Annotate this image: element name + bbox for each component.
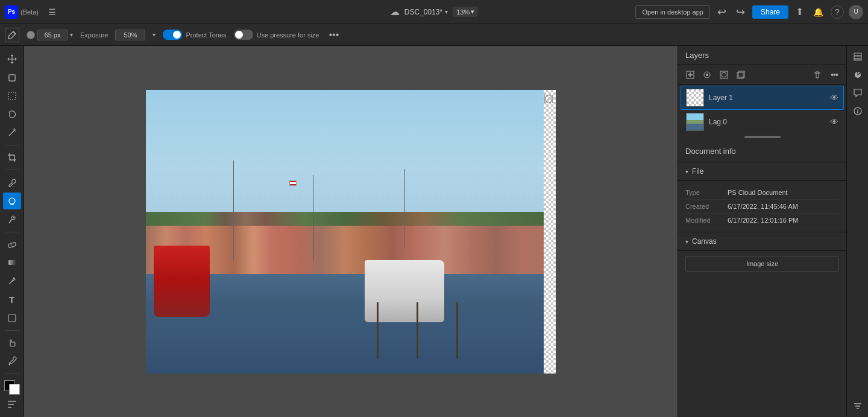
toolbar-divider-4 bbox=[5, 330, 19, 331]
lasso-tool-button[interactable] bbox=[3, 106, 21, 123]
filename-chevron-icon: ▾ bbox=[445, 8, 448, 15]
canvas-section-chevron-icon: ▾ bbox=[685, 238, 688, 245]
layers-list: Layer 1 👁 Lag 0 👁 bbox=[678, 85, 846, 133]
filter-panel-toggle[interactable] bbox=[849, 398, 866, 415]
layers-panel-toggle[interactable] bbox=[849, 48, 866, 65]
filename-display[interactable]: DSC_0013* ▾ bbox=[404, 8, 448, 16]
brush-preset-picker[interactable] bbox=[5, 28, 19, 42]
zoom-control[interactable]: 13% ▾ bbox=[453, 7, 478, 17]
svg-point-11 bbox=[9, 198, 15, 204]
image-size-button[interactable]: Image size bbox=[685, 256, 839, 272]
gradient-tool-button[interactable] bbox=[3, 254, 21, 271]
svg-point-29 bbox=[722, 72, 726, 77]
document-info-title: Document info bbox=[685, 147, 736, 156]
layer-item-lag0[interactable]: Lag 0 👁 bbox=[678, 110, 846, 133]
exposure-dropdown-icon[interactable]: ▾ bbox=[153, 31, 156, 38]
file-section-header[interactable]: ▾ File bbox=[678, 162, 846, 181]
background-color[interactable] bbox=[9, 384, 20, 395]
shape-tool-button[interactable] bbox=[3, 309, 21, 326]
toolbar-divider-3 bbox=[5, 232, 19, 232]
layer-item-layer1[interactable]: Layer 1 👁 bbox=[681, 86, 844, 110]
canvas-section-title: Canvas bbox=[692, 237, 717, 246]
eraser-tool-button[interactable] bbox=[3, 236, 21, 253]
eraser-icon bbox=[7, 240, 17, 249]
pen-icon bbox=[7, 276, 17, 286]
more-options-button[interactable]: ••• bbox=[329, 30, 339, 40]
layers-more-button[interactable]: ••• bbox=[827, 68, 841, 82]
magic-wand-button[interactable] bbox=[3, 124, 21, 141]
layer1-visibility-button[interactable]: 👁 bbox=[830, 93, 838, 103]
share-button[interactable]: Share bbox=[752, 5, 788, 19]
file-info-table: Type PS Cloud Document Created 6/17/2022… bbox=[678, 181, 846, 232]
pen-tool-button[interactable] bbox=[3, 273, 21, 290]
topbar-right: Open in desktop app ↩ ↪ Share ⬆ 🔔 ? U bbox=[635, 4, 863, 20]
brush-size-dropdown-icon[interactable]: ▾ bbox=[70, 31, 73, 38]
notifications-button[interactable]: 🔔 bbox=[811, 6, 826, 18]
info-icon bbox=[853, 106, 863, 116]
dodge-burn-tool-button[interactable] bbox=[3, 193, 21, 209]
modified-label: Modified bbox=[685, 217, 728, 224]
layers-toolbar: ••• bbox=[678, 65, 846, 85]
layers-icon bbox=[853, 52, 863, 62]
brush-size-swatch bbox=[27, 31, 35, 39]
svg-line-10 bbox=[14, 128, 15, 129]
adjust-layer-button[interactable] bbox=[700, 68, 714, 82]
crop-tool-button[interactable] bbox=[3, 149, 21, 166]
exposure-label: Exposure bbox=[80, 31, 108, 39]
protect-tones-toggle[interactable] bbox=[163, 30, 182, 40]
clone-stamp-button[interactable] bbox=[3, 211, 21, 228]
brush-tool-button[interactable] bbox=[3, 174, 21, 191]
type-value: PS Cloud Document bbox=[728, 189, 788, 196]
topbar-center: ☁ DSC_0013* ▾ 13% ▾ bbox=[390, 6, 478, 18]
delete-layer-button[interactable] bbox=[810, 68, 825, 82]
filename-text: DSC_0013* bbox=[404, 8, 442, 16]
svg-rect-1 bbox=[9, 75, 15, 81]
hand-tool-button[interactable] bbox=[3, 334, 21, 351]
svg-rect-15 bbox=[8, 242, 16, 248]
lag0-visibility-button[interactable]: 👁 bbox=[830, 117, 838, 127]
options-bar: 65 px ▾ Exposure 50% ▾ Protect Tones Use… bbox=[0, 24, 868, 46]
marquee-tool-button[interactable] bbox=[3, 88, 21, 104]
artboard-tool-button[interactable] bbox=[3, 69, 21, 86]
exposure-value[interactable]: 50% bbox=[115, 30, 145, 40]
move-icon bbox=[7, 54, 17, 64]
comments-panel-toggle[interactable] bbox=[849, 84, 866, 101]
file-section-title: File bbox=[692, 167, 703, 176]
ps-icon: Ps bbox=[5, 5, 18, 19]
open-desktop-button[interactable]: Open in desktop app bbox=[635, 5, 710, 19]
text-icon: T bbox=[9, 294, 14, 305]
use-pressure-toggle[interactable] bbox=[234, 30, 253, 40]
sort-button[interactable] bbox=[6, 398, 18, 412]
svg-rect-33 bbox=[854, 56, 861, 59]
modified-value: 6/17/2022, 12:01:16 PM bbox=[728, 217, 798, 224]
mask-layer-button[interactable] bbox=[717, 68, 731, 82]
zoom-chevron-icon: ▾ bbox=[471, 8, 474, 16]
canvas-area[interactable]: + bbox=[24, 46, 678, 417]
redo-button[interactable]: ↪ bbox=[734, 4, 747, 20]
hamburger-menu[interactable]: ☰ bbox=[46, 6, 58, 18]
scroll-indicator bbox=[678, 133, 846, 141]
undo-button[interactable]: ↩ bbox=[715, 4, 729, 20]
magic-wand-icon bbox=[7, 128, 17, 138]
adjustments-panel-toggle[interactable] bbox=[849, 66, 866, 83]
main-layout: T bbox=[0, 46, 868, 417]
upload-button[interactable]: ⬆ bbox=[793, 5, 806, 19]
crop-icon bbox=[7, 153, 17, 162]
dodge-burn-icon bbox=[7, 196, 17, 206]
color-picker[interactable] bbox=[4, 380, 20, 395]
file-modified-row: Modified 6/17/2022, 12:01:16 PM bbox=[685, 214, 839, 227]
user-avatar[interactable]: U bbox=[849, 5, 863, 19]
properties-panel-toggle[interactable] bbox=[849, 103, 866, 119]
app-logo: Ps (Beta) bbox=[5, 5, 39, 19]
svg-rect-17 bbox=[8, 260, 16, 265]
canvas-section-header[interactable]: ▾ Canvas bbox=[678, 232, 846, 251]
help-button[interactable]: ? bbox=[831, 5, 844, 19]
smart-object-button[interactable] bbox=[734, 68, 748, 82]
add-layer-button[interactable] bbox=[683, 68, 697, 82]
toolbar-divider-1 bbox=[5, 145, 19, 145]
move-tool-button[interactable] bbox=[3, 51, 21, 68]
eyedropper-icon bbox=[7, 356, 17, 366]
brush-size-value[interactable]: 65 px bbox=[37, 30, 68, 40]
text-tool-button[interactable]: T bbox=[3, 291, 21, 308]
eyedropper-button[interactable] bbox=[3, 352, 21, 369]
